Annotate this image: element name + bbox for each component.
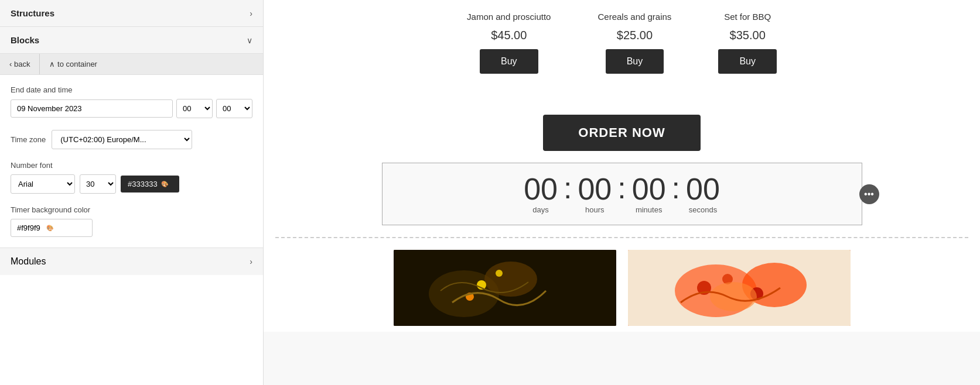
- timer-bg-label: Timer background color: [11, 205, 252, 214]
- minute-select[interactable]: 00 15 30 45: [216, 99, 252, 118]
- to-container-label: ∧ to container: [49, 60, 97, 68]
- timezone-field-group: Time zone (UTC+02:00) Europe/M...: [11, 130, 252, 149]
- food-image-2-svg: [628, 250, 851, 326]
- timer-display: 00 days : 00 hours : 00 minutes :: [524, 174, 720, 214]
- timer-seconds-unit: 00 seconds: [686, 174, 720, 214]
- timer-minutes-unit: 00 minutes: [632, 174, 666, 214]
- hour-select[interactable]: 00 01 02: [176, 99, 213, 118]
- buy-button-1[interactable]: Buy: [480, 49, 538, 74]
- end-date-field-group: End date and time 00 01 02 00 15 30 45: [11, 85, 252, 118]
- food-image-1: [394, 250, 616, 326]
- preview-content: Jamon and prosciutto $45.00 Buy Cereals …: [264, 0, 980, 332]
- product-card-3: Set for BBQ $35.00 Buy: [695, 6, 800, 85]
- timer-bg-color-value: #f9f9f9: [17, 224, 40, 232]
- blocks-label: Blocks: [11, 35, 39, 45]
- timer-seconds-number: 00: [686, 174, 720, 204]
- size-select[interactable]: 30 24 36: [80, 174, 116, 194]
- svg-point-4: [496, 270, 503, 277]
- products-row: Jamon and prosciutto $45.00 Buy Cereals …: [264, 0, 980, 103]
- timer-colon-3: :: [666, 173, 686, 203]
- product-card-1: Jamon and prosciutto $45.00 Buy: [443, 6, 574, 85]
- color-picker-icon-2: 🎨: [46, 225, 53, 231]
- number-font-label: Number font: [11, 161, 252, 170]
- timer-colon-1: :: [558, 173, 578, 203]
- right-panel: Jamon and prosciutto $45.00 Buy Cereals …: [264, 0, 980, 385]
- back-button[interactable]: ‹ back: [0, 54, 40, 74]
- order-now-section: ORDER NOW: [264, 103, 980, 157]
- modules-section[interactable]: Modules ›: [0, 248, 263, 275]
- timer-more-button[interactable]: •••: [859, 184, 879, 204]
- structures-section[interactable]: Structures ›: [0, 0, 263, 27]
- timer-colon-2: :: [612, 173, 631, 203]
- number-font-row: Arial Times New Roman 30 24 36 #333333 🎨: [11, 174, 252, 194]
- product-card-2: Cereals and grains $25.00 Buy: [574, 6, 695, 85]
- date-time-row: 00 01 02 00 15 30 45: [11, 99, 252, 118]
- images-row: [264, 244, 980, 332]
- date-input[interactable]: [11, 99, 173, 118]
- structures-label: Structures: [11, 8, 54, 18]
- timer-bg-color-button[interactable]: #f9f9f9 🎨: [11, 219, 93, 237]
- product-price-1: $45.00: [491, 29, 527, 42]
- modules-label: Modules: [11, 256, 46, 267]
- end-date-label: End date and time: [11, 85, 252, 94]
- product-name-2: Cereals and grains: [597, 12, 671, 22]
- timer-hours-unit: 00 hours: [578, 174, 612, 214]
- structures-chevron-icon: ›: [250, 9, 252, 18]
- to-container-button[interactable]: ∧ to container: [40, 54, 107, 74]
- timer-minutes-number: 00: [632, 174, 666, 204]
- food-image-1-svg: [394, 250, 616, 326]
- product-name-3: Set for BBQ: [724, 12, 771, 22]
- timezone-label: Time zone: [11, 135, 46, 144]
- timer-seconds-label: seconds: [689, 205, 717, 214]
- timer-container: 00 days : 00 hours : 00 minutes :: [382, 163, 862, 225]
- panel-content: End date and time 00 01 02 00 15 30 45 T: [0, 75, 263, 248]
- timer-minutes-label: minutes: [636, 205, 663, 214]
- more-icon: •••: [864, 189, 874, 200]
- svg-point-12: [710, 282, 757, 311]
- color-swatch-button[interactable]: #333333 🎨: [121, 176, 179, 192]
- number-font-field-group: Number font Arial Times New Roman 30 24 …: [11, 161, 252, 194]
- left-panel: Structures › Blocks ∨ ‹ back ∧ to contai…: [0, 0, 264, 385]
- blocks-chevron-icon: ∨: [247, 36, 252, 45]
- timer-hours-number: 00: [578, 174, 612, 204]
- timer-days-label: days: [532, 205, 548, 214]
- timer-section: 00 days : 00 hours : 00 minutes :: [264, 157, 980, 231]
- modules-chevron-icon: ›: [250, 257, 252, 266]
- font-select[interactable]: Arial Times New Roman: [11, 174, 75, 194]
- product-price-3: $35.00: [730, 29, 766, 42]
- blocks-section[interactable]: Blocks ∨: [0, 27, 263, 54]
- timezone-select[interactable]: (UTC+02:00) Europe/M...: [52, 130, 192, 149]
- buy-button-3[interactable]: Buy: [718, 49, 777, 74]
- timer-days-number: 00: [524, 174, 558, 204]
- nav-bar: ‹ back ∧ to container: [0, 54, 263, 75]
- timer-bg-field-group: Timer background color #f9f9f9 🎨: [11, 205, 252, 237]
- timezone-row: Time zone (UTC+02:00) Europe/M...: [11, 130, 252, 149]
- color-hex-label: #333333: [128, 180, 158, 188]
- order-now-button[interactable]: ORDER NOW: [543, 115, 700, 151]
- timer-days-unit: 00 days: [524, 174, 558, 214]
- timer-bg-row: #f9f9f9 🎨: [11, 219, 252, 237]
- color-picker-icon: 🎨: [161, 181, 168, 187]
- timer-hours-label: hours: [585, 205, 605, 214]
- dashed-separator: [264, 231, 980, 244]
- product-name-1: Jamon and prosciutto: [467, 12, 551, 22]
- back-label: ‹ back: [9, 60, 30, 68]
- product-price-2: $25.00: [617, 29, 653, 42]
- food-image-2: [628, 250, 851, 326]
- buy-button-2[interactable]: Buy: [606, 49, 664, 74]
- dashed-line: [275, 237, 968, 238]
